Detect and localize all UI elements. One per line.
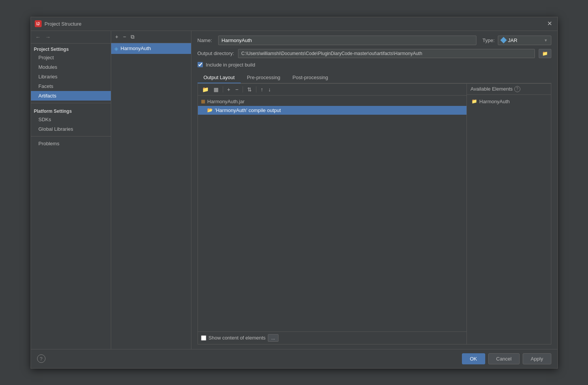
project-structure-dialog: IJ Project Structure ✕ ← → Project Setti… [31, 17, 558, 369]
layout-remove-button[interactable]: − [233, 85, 240, 94]
layout-panel: 📁 ▦ + − ⇅ ↑ ↓ [198, 83, 551, 344]
jar-type-icon [500, 37, 507, 44]
layout-folder-button[interactable]: 📁 [200, 85, 211, 94]
sidebar-divider [31, 103, 111, 103]
tab-post-processing[interactable]: Post-processing [287, 72, 334, 83]
footer-help: ? [37, 354, 459, 363]
dialog-footer: ? OK Cancel Apply [31, 349, 557, 368]
output-layout-area: 📁 ▦ + − ⇅ ↑ ↓ [198, 84, 467, 344]
output-dir-label: Output directory: [198, 50, 234, 56]
artifact-settings-panel: Name: Type: JAR ▼ Output directory: [191, 31, 557, 349]
remove-artifact-button[interactable]: − [121, 32, 128, 41]
artifact-toolbar: + − ⧉ [111, 31, 191, 43]
available-item-folder-icon: 📁 [471, 99, 477, 104]
jar-icon: ▦ [201, 99, 205, 104]
artifact-list-item[interactable]: ◈ HarmonyAuth [111, 43, 191, 54]
layout-content: ▦ HarmonyAuth.jar 📂 'HarmonyAuth' compil… [198, 96, 467, 331]
show-content-checkbox[interactable] [201, 335, 206, 341]
platform-settings-section-label: Platform Settings [31, 106, 111, 115]
include-build-row: Include in project build [198, 62, 551, 68]
copy-artifact-button[interactable]: ⧉ [129, 32, 136, 41]
dialog-title: Project Structure [45, 21, 543, 27]
sidebar-item-modules[interactable]: Modules [31, 62, 111, 72]
toolbar-separator-2 [243, 86, 243, 93]
type-section: Type: JAR ▼ [483, 36, 551, 45]
help-icon[interactable]: ? [514, 86, 520, 92]
name-type-row: Name: Type: JAR ▼ [198, 36, 551, 45]
app-icon: IJ [35, 20, 42, 27]
help-button[interactable]: ? [37, 354, 45, 363]
type-value: JAR [508, 37, 542, 43]
tabs-row: Output Layout Pre-processing Post-proces… [198, 72, 551, 83]
layout-item-jar-label: HarmonyAuth.jar [207, 99, 245, 104]
type-label: Type: [483, 37, 495, 43]
layout-item-compile-label: 'HarmonyAuth' compile output [215, 107, 281, 113]
toolbar-separator-3 [256, 86, 256, 93]
type-select[interactable]: JAR ▼ [498, 36, 551, 45]
sidebar-item-sdks[interactable]: SDKs [31, 115, 111, 124]
name-input[interactable] [218, 36, 476, 45]
back-arrow[interactable]: ← [34, 33, 42, 41]
output-dir-input[interactable] [238, 49, 535, 58]
bottom-area: Show content of elements ... [198, 331, 467, 344]
browse-button[interactable]: 📁 [539, 49, 551, 58]
tab-output-layout[interactable]: Output Layout [198, 72, 241, 83]
show-content-label: Show content of elements [209, 335, 266, 341]
sidebar-item-libraries[interactable]: Libraries [31, 72, 111, 81]
ok-button[interactable]: OK [462, 353, 485, 364]
type-dropdown-arrow: ▼ [544, 38, 548, 42]
tab-pre-processing[interactable]: Pre-processing [241, 72, 286, 83]
available-elements-area: Available Elements ? 📁 HarmonyAuth [467, 84, 551, 344]
add-artifact-button[interactable]: + [113, 32, 120, 41]
available-elements-label: Available Elements [471, 86, 513, 92]
available-elements-content: 📁 HarmonyAuth [467, 95, 551, 344]
available-item-label: HarmonyAuth [479, 99, 510, 104]
sidebar-item-artifacts[interactable]: Artifacts [31, 91, 111, 101]
layout-toolbar: 📁 ▦ + − ⇅ ↑ ↓ [198, 84, 467, 96]
close-button[interactable]: ✕ [546, 20, 554, 28]
layout-item-compile-output[interactable]: 📂 'HarmonyAuth' compile output [198, 106, 467, 115]
sidebar-item-global-libraries[interactable]: Global Libraries [31, 124, 111, 134]
available-item-harmonyauth[interactable]: 📁 HarmonyAuth [470, 97, 548, 106]
nav-arrows: ← → [31, 31, 111, 44]
toolbar-separator [223, 86, 223, 93]
sidebar: ← → Project Settings Project Modules Lib… [31, 31, 111, 349]
artifact-item-name: HarmonyAuth [121, 45, 151, 51]
compile-output-icon: 📂 [207, 107, 213, 113]
sidebar-item-project[interactable]: Project [31, 53, 111, 62]
layout-add-button[interactable]: + [225, 85, 232, 94]
cancel-button[interactable]: Cancel [488, 353, 520, 364]
apply-button[interactable]: Apply [523, 353, 551, 364]
layout-down-button[interactable]: ↓ [266, 85, 273, 94]
include-build-checkbox[interactable] [198, 62, 203, 67]
artifact-item-icon: ◈ [114, 45, 118, 52]
layout-up-button[interactable]: ↑ [259, 85, 265, 94]
title-bar: IJ Project Structure ✕ [31, 17, 557, 31]
project-settings-section-label: Project Settings [31, 44, 111, 53]
layout-module-button[interactable]: ▦ [212, 85, 220, 94]
ellipsis-button[interactable]: ... [268, 334, 279, 342]
forward-arrow[interactable]: → [44, 33, 52, 41]
output-dir-row: Output directory: 📁 [198, 49, 551, 58]
available-elements-header: Available Elements ? [467, 84, 551, 95]
include-build-label: Include in project build [206, 62, 255, 68]
content-area: ← → Project Settings Project Modules Lib… [31, 31, 557, 349]
layout-item-jar[interactable]: ▦ HarmonyAuth.jar [198, 97, 467, 106]
name-label: Name: [198, 37, 212, 43]
layout-sort-button[interactable]: ⇅ [245, 85, 254, 94]
sidebar-divider-2 [31, 136, 111, 136]
sidebar-item-problems[interactable]: Problems [31, 139, 111, 148]
sidebar-item-facets[interactable]: Facets [31, 81, 111, 91]
artifact-list-panel: + − ⧉ ◈ HarmonyAuth [111, 31, 191, 349]
